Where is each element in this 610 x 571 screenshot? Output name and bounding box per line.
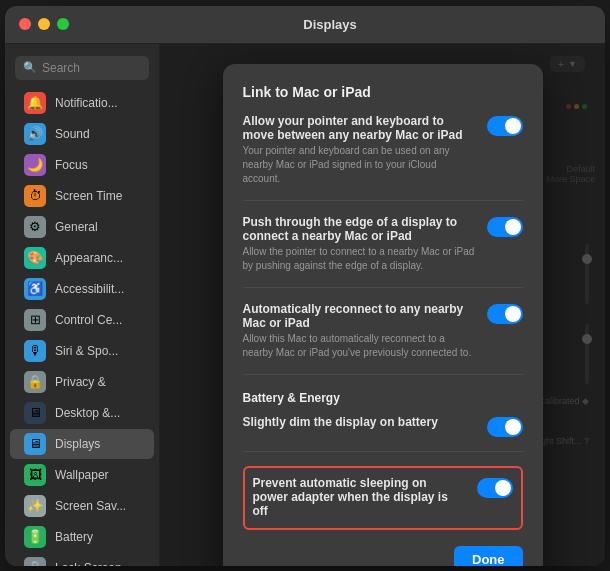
toggle-text-5: Prevent automatic sleeping on power adap… — [253, 476, 465, 520]
displays-icon: 🖥 — [24, 433, 46, 455]
focus-icon: 🌙 — [24, 154, 46, 176]
sidebar-label-desktop: Desktop &... — [55, 406, 120, 420]
main-panel: + ▼ Default More Space Color Calibrated … — [160, 44, 605, 566]
window-title: Displays — [69, 17, 591, 32]
toggle-desc-3: Allow this Mac to automatically reconnec… — [243, 332, 475, 360]
sidebar-item-wallpaper[interactable]: 🖼 Wallpaper — [10, 460, 154, 490]
minimize-button[interactable] — [38, 18, 50, 30]
sidebar-item-appearance[interactable]: 🎨 Appearanc... — [10, 243, 154, 273]
toggle-row-1: Allow your pointer and keyboard to move … — [243, 114, 523, 201]
toggle-text-3: Automatically reconnect to any nearby Ma… — [243, 302, 475, 360]
sidebar-item-focus[interactable]: 🌙 Focus — [10, 150, 154, 180]
fullscreen-button[interactable] — [57, 18, 69, 30]
titlebar: Displays — [5, 6, 605, 44]
sidebar-item-general[interactable]: ⚙ General — [10, 212, 154, 242]
accessibility-icon: ♿ — [24, 278, 46, 300]
sidebar-label-lock-screen: Lock Screen — [55, 561, 122, 566]
appearance-icon: 🎨 — [24, 247, 46, 269]
modal-dialog: Link to Mac or iPad Allow your pointer a… — [223, 64, 543, 566]
sidebar-item-privacy[interactable]: 🔒 Privacy & — [10, 367, 154, 397]
sidebar-item-siri[interactable]: 🎙 Siri & Spo... — [10, 336, 154, 366]
toggle-row-5: Prevent automatic sleeping on power adap… — [253, 476, 513, 520]
modal-overlay: Link to Mac or iPad Allow your pointer a… — [160, 44, 605, 566]
toggle-label-2: Push through the edge of a display to co… — [243, 215, 475, 243]
sidebar-item-notifications[interactable]: 🔔 Notificatio... — [10, 88, 154, 118]
sidebar-label-general: General — [55, 220, 98, 234]
toggle-text-4: Slightly dim the display on battery — [243, 415, 475, 431]
sound-icon: 🔊 — [24, 123, 46, 145]
toggle-switch-4[interactable] — [487, 417, 523, 437]
sidebar-label-focus: Focus — [55, 158, 88, 172]
screen-time-icon: ⏱ — [24, 185, 46, 207]
search-placeholder: Search — [42, 61, 80, 75]
desktop-icon: 🖥 — [24, 402, 46, 424]
screen-saver-icon: ✨ — [24, 495, 46, 517]
toggle-text-2: Push through the edge of a display to co… — [243, 215, 475, 273]
toggle-text-1: Allow your pointer and keyboard to move … — [243, 114, 475, 186]
toggle-row-2: Push through the edge of a display to co… — [243, 215, 523, 288]
toggle-switch-2[interactable] — [487, 217, 523, 237]
sidebar-label-displays: Displays — [55, 437, 100, 451]
search-icon: 🔍 — [23, 61, 37, 74]
sidebar-item-lock-screen[interactable]: 🔒 Lock Screen — [10, 553, 154, 566]
general-icon: ⚙ — [24, 216, 46, 238]
toggle-label-1: Allow your pointer and keyboard to move … — [243, 114, 475, 142]
toggle-switch-3[interactable] — [487, 304, 523, 324]
sidebar-label-privacy: Privacy & — [55, 375, 106, 389]
sidebar-item-battery[interactable]: 🔋 Battery — [10, 522, 154, 552]
control-center-icon: ⊞ — [24, 309, 46, 331]
sidebar-item-displays[interactable]: 🖥 Displays — [10, 429, 154, 459]
highlighted-toggle-row: Prevent automatic sleeping on power adap… — [243, 466, 523, 530]
content-area: 🔍 Search 🔔 Notificatio... 🔊 Sound 🌙 Focu… — [5, 44, 605, 566]
toggle-row-4: Slightly dim the display on battery — [243, 415, 523, 452]
sidebar-label-appearance: Appearanc... — [55, 251, 123, 265]
lock-screen-icon: 🔒 — [24, 557, 46, 566]
toggle-row-3: Automatically reconnect to any nearby Ma… — [243, 302, 523, 375]
sidebar-item-screen-saver[interactable]: ✨ Screen Sav... — [10, 491, 154, 521]
toggle-switch-1[interactable] — [487, 116, 523, 136]
privacy-icon: 🔒 — [24, 371, 46, 393]
search-bar[interactable]: 🔍 Search — [15, 56, 149, 80]
battery-section-title: Battery & Energy — [243, 391, 523, 405]
siri-icon: 🎙 — [24, 340, 46, 362]
sidebar-label-screen-time: Screen Time — [55, 189, 122, 203]
toggle-desc-2: Allow the pointer to connect to a nearby… — [243, 245, 475, 273]
sidebar-label-wallpaper: Wallpaper — [55, 468, 109, 482]
sidebar-item-accessibility[interactable]: ♿ Accessibilit... — [10, 274, 154, 304]
sidebar: 🔍 Search 🔔 Notificatio... 🔊 Sound 🌙 Focu… — [5, 44, 160, 566]
toggle-label-3: Automatically reconnect to any nearby Ma… — [243, 302, 475, 330]
modal-footer: Done — [243, 546, 523, 566]
traffic-lights — [19, 18, 69, 30]
sidebar-label-siri: Siri & Spo... — [55, 344, 118, 358]
sidebar-label-sound: Sound — [55, 127, 90, 141]
toggle-desc-1: Your pointer and keyboard can be used on… — [243, 144, 475, 186]
notifications-icon: 🔔 — [24, 92, 46, 114]
toggle-label-5: Prevent automatic sleeping on power adap… — [253, 476, 465, 518]
sidebar-item-screen-time[interactable]: ⏱ Screen Time — [10, 181, 154, 211]
done-button[interactable]: Done — [454, 546, 523, 566]
sidebar-label-battery: Battery — [55, 530, 93, 544]
battery-icon: 🔋 — [24, 526, 46, 548]
sidebar-item-sound[interactable]: 🔊 Sound — [10, 119, 154, 149]
sidebar-item-desktop[interactable]: 🖥 Desktop &... — [10, 398, 154, 428]
sidebar-item-control-center[interactable]: ⊞ Control Ce... — [10, 305, 154, 335]
toggle-label-4: Slightly dim the display on battery — [243, 415, 475, 429]
modal-title: Link to Mac or iPad — [243, 84, 523, 100]
sidebar-label-control-center: Control Ce... — [55, 313, 122, 327]
close-button[interactable] — [19, 18, 31, 30]
main-window: Displays 🔍 Search 🔔 Notificatio... 🔊 Sou… — [5, 6, 605, 566]
toggle-switch-5[interactable] — [477, 478, 513, 498]
sidebar-label-screen-saver: Screen Sav... — [55, 499, 126, 513]
wallpaper-icon: 🖼 — [24, 464, 46, 486]
sidebar-label-notifications: Notificatio... — [55, 96, 118, 110]
sidebar-label-accessibility: Accessibilit... — [55, 282, 124, 296]
